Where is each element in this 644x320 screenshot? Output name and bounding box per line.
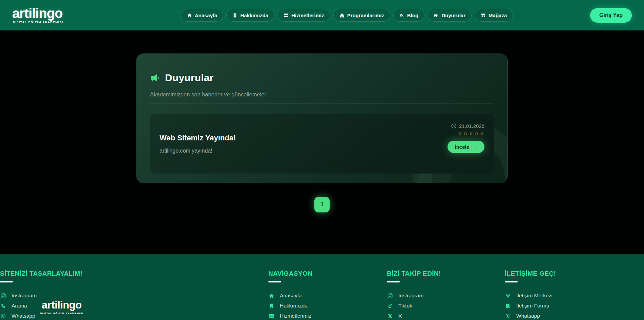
footer-link-label: İletişim Merkezi xyxy=(516,293,553,299)
school-icon xyxy=(339,13,345,18)
footer-link-x[interactable]: X xyxy=(387,311,441,320)
rating-stars[interactable]: ☆☆☆☆☆ xyxy=(458,130,485,136)
announcements-card: Duyurular Akademimizden son haberler ve … xyxy=(136,53,508,183)
building-icon xyxy=(232,13,237,18)
nav-item-anasayfa[interactable]: Anasayfa xyxy=(181,9,224,22)
divider xyxy=(150,103,494,104)
footer-link-list: InstragramAramaWhatsappTelegram@E-Posta xyxy=(0,291,83,320)
nav-item-duyurular[interactable]: Duyurular xyxy=(428,9,472,22)
footer-link-i-leti-im-formu[interactable]: İletişim Formu xyxy=(505,301,556,311)
logo-subtitle: DİJİTAL EĞİTİM AKADEMİSİ xyxy=(13,21,104,24)
announcement-item: Web Sitemiz Yayında!artilingo.com yayınd… xyxy=(150,114,494,174)
main-content: Duyurular Akademimizden son haberler ve … xyxy=(0,53,644,254)
nav-item-label: Blog xyxy=(407,13,418,18)
footer-link-instragram[interactable]: Instragram xyxy=(0,291,83,301)
footer-link-label: Anasayfa xyxy=(280,293,302,299)
pagination: 1 xyxy=(0,197,644,212)
footer-link-label: İletişim Formu xyxy=(516,303,549,309)
footer-link-list: InstragramTiktokXFacebookLinkedin xyxy=(387,291,441,320)
footer-column-sitenizi-tasarlayalim: SİTENİZİ TASARLAYALIM!InstragramAramaWha… xyxy=(0,270,83,320)
footer-link-instragram[interactable]: Instragram xyxy=(387,291,441,301)
footer-link-label: X xyxy=(398,313,402,319)
pagination-page-1[interactable]: 1 xyxy=(314,197,330,212)
page-title: Duyurular xyxy=(165,72,214,84)
footer-column-bizi-takip-edin: BİZİ TAKİP EDİN!InstragramTiktokXFaceboo… xyxy=(387,270,441,320)
phone-icon xyxy=(0,303,6,309)
announcement-date: 21.01.2026 xyxy=(451,123,484,129)
announcement-date-text: 21.01.2026 xyxy=(459,123,484,129)
footer-heading: BİZİ TAKİP EDİN! xyxy=(387,270,441,277)
blog-icon xyxy=(399,13,404,18)
footer-link-whatsapp[interactable]: Whatsapp xyxy=(505,311,556,320)
footer-link-list: AnasayfaHakkımızdaHizmetlerimizProgramla… xyxy=(268,291,316,320)
nav-item-label: Hakkımızda xyxy=(240,13,268,18)
nav-item-label: Mağaza xyxy=(489,13,507,18)
footer-column-navigasyon: NAVİGASYONAnasayfaHakkımızdaHizmetlerimi… xyxy=(268,270,316,320)
footer-column-iletisime-gec: İLETİŞİME GEÇ!İletişim Merkeziİletişim F… xyxy=(505,270,556,320)
logo-wordmark: artilingo xyxy=(12,6,104,20)
announcement-text: Web Sitemiz Yayında!artilingo.com yayınd… xyxy=(160,114,448,174)
instagram-icon xyxy=(387,293,393,299)
nav-item-magaza[interactable]: Mağaza xyxy=(475,9,513,22)
nav-item-label: Duyurular xyxy=(441,13,465,18)
footer: artilingo DİJİTAL EĞİTİM AKADEMİSİ Eğiti… xyxy=(0,254,644,320)
footer-heading: İLETİŞİME GEÇ! xyxy=(505,270,556,277)
nav-item-blog[interactable]: Blog xyxy=(393,9,424,22)
megaphone-icon xyxy=(434,13,439,18)
nav-item-hakkimizda[interactable]: Hakkımızda xyxy=(226,9,274,22)
footer-link-label: Tiktok xyxy=(398,303,412,309)
header: artilingo DİJİTAL EĞİTİM AKADEMİSİ Anasa… xyxy=(0,0,644,30)
page-subtitle: Akademimizden son haberler ve güncelleme… xyxy=(150,91,494,98)
footer-link-whatsapp[interactable]: Whatsapp xyxy=(0,311,83,320)
footer-link-anasayfa[interactable]: Anasayfa xyxy=(268,291,316,301)
heading-underline xyxy=(387,281,400,282)
footer-link-label: Instragram xyxy=(398,293,423,299)
announcement-body: artilingo.com yayında! xyxy=(160,148,448,154)
announcement-meta: 21.01.2026☆☆☆☆☆İncele→ xyxy=(448,114,484,174)
heading-underline xyxy=(268,281,281,282)
home-icon xyxy=(268,293,275,299)
footer-link-arama[interactable]: Arama xyxy=(0,301,83,311)
heading-underline xyxy=(505,281,518,282)
announcement-list: Web Sitemiz Yayında!artilingo.com yayınd… xyxy=(150,114,494,174)
footer-link-hizmetlerimiz[interactable]: Hizmetlerimiz xyxy=(268,311,316,320)
footer-link-label: Whatsapp xyxy=(516,313,540,319)
header-logo[interactable]: artilingo DİJİTAL EĞİTİM AKADEMİSİ xyxy=(12,6,104,24)
footer-link-label: Arama xyxy=(12,303,27,309)
home-icon xyxy=(187,13,192,18)
footer-link-label: Whatsapp xyxy=(12,313,35,319)
nav-item-programlarimiz[interactable]: Programlarımız xyxy=(333,9,390,22)
footer-link-i-leti-im-merkezi[interactable]: İletişim Merkezi xyxy=(505,291,556,301)
services-icon xyxy=(268,313,275,319)
main-nav: AnasayfaHakkımızdaHizmetlerimizProgramla… xyxy=(104,9,590,22)
x-icon xyxy=(387,313,393,319)
services-icon xyxy=(284,13,289,18)
login-button[interactable]: Giriş Yap xyxy=(590,8,632,23)
incele-button[interactable]: İncele→ xyxy=(448,141,484,153)
arrow-right-icon: → xyxy=(472,144,477,150)
megaphone-icon xyxy=(150,73,160,83)
footer-link-tiktok[interactable]: Tiktok xyxy=(387,301,441,311)
store-icon xyxy=(481,13,486,18)
broadcast-tower-icon xyxy=(505,293,511,299)
footer-link-list: İletişim Merkeziİletişim FormuWhatsappTe… xyxy=(505,291,556,320)
clock-icon xyxy=(451,123,457,129)
footer-link-hakk-m-zda[interactable]: Hakkımızda xyxy=(268,301,316,311)
building-icon xyxy=(268,303,275,309)
incele-label: İncele xyxy=(455,144,469,150)
footer-heading: NAVİGASYON xyxy=(268,270,316,277)
tiktok-icon xyxy=(387,303,393,309)
announcements-header: Duyurular xyxy=(150,72,494,84)
instagram-icon xyxy=(0,293,6,299)
nav-item-label: Anasayfa xyxy=(195,13,217,18)
whatsapp-icon xyxy=(505,313,511,319)
footer-link-label: Instragram xyxy=(12,293,37,299)
nav-item-label: Programlarımız xyxy=(347,13,384,18)
nav-item-hizmetlerimiz[interactable]: Hizmetlerimiz xyxy=(277,9,330,22)
footer-link-label: Hakkımızda xyxy=(280,303,308,309)
footer-link-label: Hizmetlerimiz xyxy=(280,313,311,319)
nav-item-label: Hizmetlerimiz xyxy=(291,13,324,18)
announcement-title: Web Sitemiz Yayında! xyxy=(160,134,448,142)
contact-form-icon xyxy=(505,303,511,309)
whatsapp-icon xyxy=(0,313,6,319)
